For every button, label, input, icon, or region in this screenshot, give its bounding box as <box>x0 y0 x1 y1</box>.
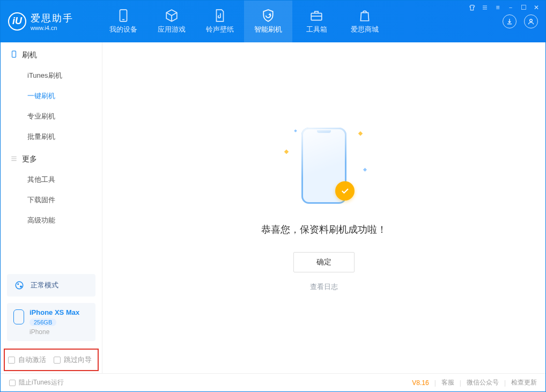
nav-label: 应用游戏 <box>158 25 186 34</box>
svg-point-5 <box>16 282 23 289</box>
sidebar-group-more: 更多 <box>1 147 102 169</box>
cube-icon <box>165 9 179 23</box>
checkbox-block-itunes[interactable]: 阻止iTunes运行 <box>9 378 64 387</box>
checkbox-icon <box>8 357 15 364</box>
list-icon[interactable] <box>481 4 489 11</box>
toolbox-icon <box>309 9 323 23</box>
nav-flash[interactable]: 智能刷机 <box>244 1 292 42</box>
sidebar-group-label: 刷机 <box>22 50 37 60</box>
app-url: www.i4.cn <box>31 25 73 31</box>
version-label: V8.16 <box>412 379 429 387</box>
maximize-icon[interactable]: ☐ <box>520 4 527 11</box>
more-icon <box>10 155 18 164</box>
logo-icon: iU <box>8 12 26 31</box>
music-file-icon <box>213 9 227 23</box>
checkbox-label: 自动激活 <box>18 355 46 365</box>
download-button[interactable] <box>503 14 517 28</box>
sidebar-group-flash: 刷机 <box>1 42 102 65</box>
wechat-link[interactable]: 微信公众号 <box>467 378 499 387</box>
sidebar-item-firmware[interactable]: 下载固件 <box>1 190 102 210</box>
success-message: 恭喜您，保资料刷机成功啦！ <box>261 223 387 236</box>
top-nav: 我的设备 应用游戏 铃声壁纸 智能刷机 工具箱 爱思商城 <box>99 1 389 42</box>
status-bar: 阻止iTunes运行 V8.16 | 客服 | 微信公众号 | 检查更新 <box>1 373 545 391</box>
phone-icon <box>116 9 130 23</box>
sidebar-item-other-tools[interactable]: 其他工具 <box>1 169 102 190</box>
checkbox-auto-activate[interactable]: 自动激活 <box>8 355 46 365</box>
view-log-link[interactable]: 查看日志 <box>310 282 338 292</box>
nav-label: 智能刷机 <box>254 25 282 34</box>
svg-rect-2 <box>311 13 322 20</box>
header-right <box>503 14 538 28</box>
nav-tools[interactable]: 工具箱 <box>292 1 341 42</box>
device-info: iPhone XS Max 256GB iPhone <box>29 308 79 336</box>
nav-label: 工具箱 <box>306 25 327 34</box>
checkbox-label: 跳过向导 <box>64 355 92 365</box>
nav-label: 我的设备 <box>109 25 137 34</box>
checkbox-icon <box>54 357 61 364</box>
checkbox-label: 阻止iTunes运行 <box>19 378 64 387</box>
svg-rect-4 <box>12 51 16 57</box>
nav-label: 铃声壁纸 <box>206 25 234 34</box>
logo-text: 爱思助手 www.i4.cn <box>31 12 73 31</box>
nav-label: 爱思商城 <box>351 25 379 34</box>
app-header: ≡ － ☐ ✕ iU 爱思助手 www.i4.cn 我的设备 应用游戏 铃声 <box>1 1 545 42</box>
nav-ringtone[interactable]: 铃声壁纸 <box>196 1 244 42</box>
app-window: ≡ － ☐ ✕ iU 爱思助手 www.i4.cn 我的设备 应用游戏 铃声 <box>0 0 546 392</box>
window-controls: ≡ － ☐ ✕ <box>468 4 540 11</box>
device-icon <box>10 50 18 60</box>
support-link[interactable]: 客服 <box>441 378 454 387</box>
main-content: 恭喜您，保资料刷机成功啦！ 确定 查看日志 <box>102 42 545 373</box>
device-name: iPhone XS Max <box>29 308 79 316</box>
svg-point-7 <box>20 285 22 287</box>
menu-icon[interactable]: ≡ <box>494 4 501 11</box>
bag-icon <box>358 9 372 23</box>
minimize-icon[interactable]: － <box>507 4 514 11</box>
svg-point-3 <box>530 19 533 22</box>
mode-icon <box>13 279 25 291</box>
check-update-link[interactable]: 检查更新 <box>511 378 537 387</box>
device-icon <box>13 309 24 324</box>
success-illustration <box>278 124 370 210</box>
sidebar-item-itunes-flash[interactable]: iTunes刷机 <box>1 65 102 86</box>
app-body: 刷机 iTunes刷机 一键刷机 专业刷机 批量刷机 更多 其他工具 下载固件 … <box>1 42 545 373</box>
nav-apps[interactable]: 应用游戏 <box>147 1 196 42</box>
shirt-icon[interactable] <box>468 4 476 11</box>
confirm-button[interactable]: 确定 <box>293 252 355 272</box>
account-button[interactable] <box>524 14 538 28</box>
sidebar-item-oneclick-flash[interactable]: 一键刷机 <box>1 86 102 106</box>
sidebar-item-pro-flash[interactable]: 专业刷机 <box>1 106 102 127</box>
nav-store[interactable]: 爱思商城 <box>341 1 389 42</box>
checkbox-skip-guide[interactable]: 跳过向导 <box>54 355 92 365</box>
app-name: 爱思助手 <box>31 12 73 25</box>
checkbox-icon <box>9 380 16 386</box>
checkmark-badge-icon <box>335 181 355 201</box>
sidebar-group-label: 更多 <box>22 154 37 164</box>
sidebar: 刷机 iTunes刷机 一键刷机 专业刷机 批量刷机 更多 其他工具 下载固件 … <box>1 42 102 373</box>
footer-right: V8.16 | 客服 | 微信公众号 | 检查更新 <box>412 378 537 387</box>
close-icon[interactable]: ✕ <box>533 4 540 11</box>
refresh-shield-icon <box>261 9 275 23</box>
sidebar-item-batch-flash[interactable]: 批量刷机 <box>1 127 102 147</box>
mode-label: 正常模式 <box>31 280 58 290</box>
nav-device[interactable]: 我的设备 <box>99 1 147 42</box>
svg-point-6 <box>17 283 19 285</box>
device-card[interactable]: iPhone XS Max 256GB iPhone <box>7 303 95 341</box>
sidebar-item-advanced[interactable]: 高级功能 <box>1 210 102 231</box>
mode-card[interactable]: 正常模式 <box>7 274 95 297</box>
app-logo: iU 爱思助手 www.i4.cn <box>8 12 99 31</box>
device-storage-badge: 256GB <box>29 319 56 326</box>
highlighted-options-box: 自动激活 跳过向导 <box>4 349 99 371</box>
device-type: iPhone <box>29 328 79 336</box>
